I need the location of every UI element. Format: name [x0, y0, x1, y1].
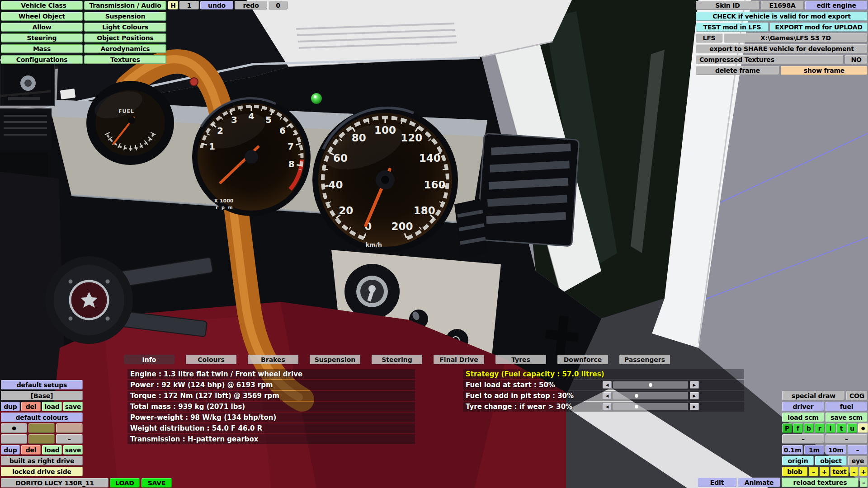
vehicle-name-button[interactable]: DORITO LUCY 130R_11	[1, 478, 108, 488]
show-frame-button[interactable]: show frame	[781, 66, 868, 75]
tyre-change-slider[interactable]	[613, 403, 688, 410]
menu-suspension[interactable]: Suspension	[84, 12, 166, 21]
history-mode-button[interactable]: H	[168, 1, 178, 9]
colour-slot-olive-1[interactable]	[28, 423, 55, 433]
colour-slot-empty[interactable]: –	[56, 434, 83, 444]
save-vehicle-button[interactable]: SAVE	[142, 478, 172, 488]
draw-toggle-u[interactable]: u	[847, 423, 857, 433]
pit-fuel-slider-handle[interactable]	[635, 394, 638, 398]
draw-toggle-f[interactable]: f	[793, 423, 803, 433]
tab-info[interactable]: Info	[124, 355, 175, 364]
setup-base-button[interactable]: [Base]	[1, 391, 83, 400]
skin-id-label[interactable]: Skin ID	[696, 1, 760, 10]
fuel-button[interactable]: fuel	[826, 402, 868, 411]
colour-dup-button[interactable]: dup	[1, 445, 20, 455]
draw-toggle-dot[interactable]: ●	[858, 423, 868, 433]
default-setups-button[interactable]: default setups	[1, 380, 83, 389]
menu-allow[interactable]: Allow	[1, 23, 83, 32]
tab-final-drive[interactable]: Final Drive	[434, 355, 484, 364]
colour-slot-grey[interactable]	[1, 434, 27, 444]
text-minus-button[interactable]: –	[850, 467, 858, 476]
text-button[interactable]: text	[830, 467, 849, 476]
fuel-load-increase-button[interactable]: ▶	[690, 381, 699, 389]
fuel-load-slider-handle[interactable]	[649, 383, 652, 387]
colour-slot-tan[interactable]	[56, 423, 83, 433]
menu-transmission-audio[interactable]: Transmission / Audio	[84, 1, 166, 10]
save-scm-button[interactable]: save scm	[826, 413, 868, 422]
colour-save-button[interactable]: save	[63, 445, 83, 455]
menu-vehicle-class[interactable]: Vehicle Class	[1, 1, 83, 10]
compressed-textures-toggle[interactable]: NO	[845, 55, 868, 64]
export-mod-button[interactable]: EXPORT mod for UPLOAD	[770, 23, 868, 32]
menu-steering[interactable]: Steering	[1, 33, 83, 42]
grid-scale-01m[interactable]: 0.1m	[782, 445, 803, 455]
built-right-drive-button[interactable]: built as right drive	[1, 456, 83, 465]
undo-button[interactable]: undo	[200, 1, 233, 9]
reload-minus-button[interactable]: –	[860, 478, 868, 487]
menu-object-positions[interactable]: Object Positions	[84, 33, 166, 42]
lfs-path[interactable]: X:\Games\LFS S3 7D	[724, 33, 868, 42]
tyre-change-slider-handle[interactable]	[635, 405, 638, 408]
draw-toggle-r[interactable]: r	[815, 423, 825, 433]
edit-engine-button[interactable]: edit engine	[805, 1, 868, 10]
pit-fuel-decrease-button[interactable]: ◀	[603, 392, 612, 399]
view-dash-right[interactable]: –	[826, 434, 868, 444]
tab-tyres[interactable]: Tyres	[495, 355, 546, 364]
pit-fuel-increase-button[interactable]: ▶	[690, 392, 699, 399]
animate-mode-button[interactable]: Animate	[738, 478, 780, 487]
pit-fuel-slider[interactable]	[613, 392, 688, 399]
menu-textures[interactable]: Textures	[84, 55, 166, 64]
tab-colours[interactable]: Colours	[186, 355, 236, 364]
text-plus-button[interactable]: +	[859, 467, 868, 476]
view-dash-left[interactable]: –	[782, 434, 824, 444]
check-vehicle-button[interactable]: CHECK if vehicle is valid for mod export	[696, 12, 868, 21]
fuel-load-slider[interactable]	[613, 381, 688, 389]
tyre-change-increase-button[interactable]: ▶	[690, 403, 699, 410]
load-vehicle-button[interactable]: LOAD	[110, 478, 140, 488]
setup-dup-button[interactable]: dup	[1, 402, 20, 411]
grid-scale-1m[interactable]: 1m	[804, 445, 824, 455]
special-draw-button[interactable]: special draw	[782, 391, 845, 400]
tab-brakes[interactable]: Brakes	[248, 355, 298, 364]
menu-configurations[interactable]: Configurations	[1, 55, 83, 64]
tab-passengers[interactable]: Passengers	[619, 355, 670, 364]
blob-minus-button[interactable]: –	[809, 467, 818, 476]
colour-del-button[interactable]: del	[21, 445, 41, 455]
grid-scale-off[interactable]: –	[848, 445, 868, 455]
load-scm-button[interactable]: load scm	[782, 413, 824, 422]
history-position[interactable]: 0	[269, 1, 288, 9]
setup-save-button[interactable]: save	[63, 402, 83, 411]
menu-aerodynamics[interactable]: Aerodynamics	[84, 44, 166, 53]
view-eye-button[interactable]: eye	[848, 456, 868, 465]
default-colours-button[interactable]: default colours	[1, 413, 83, 422]
fuel-load-decrease-button[interactable]: ◀	[603, 381, 612, 389]
draw-toggle-p[interactable]: P	[782, 423, 792, 433]
view-origin-button[interactable]: origin	[782, 456, 814, 465]
locked-drive-side-button[interactable]: locked drive side	[1, 467, 83, 476]
driver-button[interactable]: driver	[782, 402, 824, 411]
tab-steering[interactable]: Steering	[372, 355, 422, 364]
edit-mode-button[interactable]: Edit	[698, 478, 736, 487]
redo-button[interactable]: redo	[235, 1, 267, 9]
colour-load-button[interactable]: load	[42, 445, 62, 455]
compressed-textures-label[interactable]: Compressed Textures	[696, 55, 844, 64]
delete-frame-button[interactable]: delete frame	[696, 66, 779, 75]
share-vehicle-button[interactable]: export to SHARE vehicle for development	[696, 44, 868, 53]
setup-load-button[interactable]: load	[42, 402, 62, 411]
draw-toggle-b[interactable]: b	[804, 423, 814, 433]
menu-mass[interactable]: Mass	[1, 44, 83, 53]
colour-slot-olive-2[interactable]	[28, 434, 55, 444]
reload-textures-button[interactable]: reload textures	[782, 478, 859, 487]
blob-plus-button[interactable]: +	[820, 467, 829, 476]
view-object-button[interactable]: object	[815, 456, 847, 465]
skin-id-value[interactable]: E1698A	[761, 1, 804, 10]
menu-wheel-object[interactable]: Wheel Object	[1, 12, 83, 21]
draw-toggle-t[interactable]: t	[836, 423, 846, 433]
test-mod-button[interactable]: TEST mod in LFS	[696, 23, 769, 32]
colour-slot-selected[interactable]: ●	[1, 423, 27, 433]
draw-toggle-l[interactable]: l	[826, 423, 835, 433]
menu-light-colours[interactable]: Light Colours	[84, 23, 166, 32]
history-count[interactable]: 1	[179, 1, 199, 9]
tab-suspension[interactable]: Suspension	[310, 355, 360, 364]
blob-button[interactable]: blob	[782, 467, 807, 476]
